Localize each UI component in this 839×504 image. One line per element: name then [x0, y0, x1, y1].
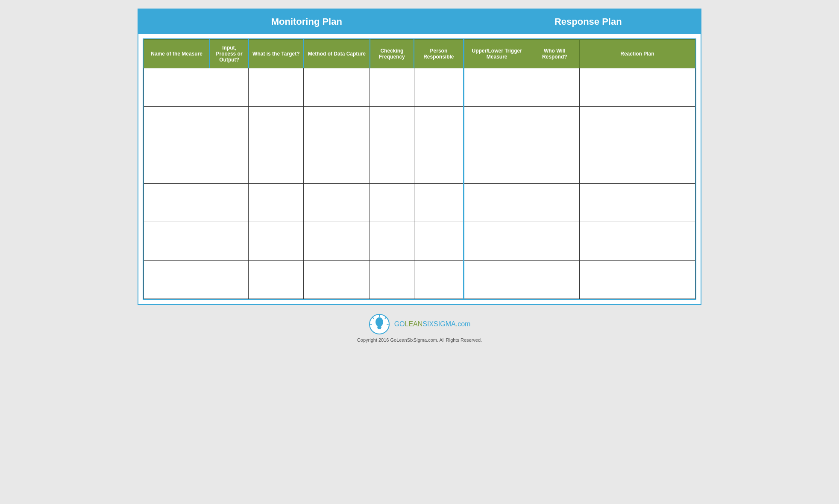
table-cell: [370, 184, 414, 222]
svg-rect-3: [378, 328, 381, 329]
table-cell: [464, 68, 530, 107]
table-cell: [579, 261, 695, 299]
table-wrapper: Name of the Measure Input, Process or Ou…: [143, 38, 696, 300]
table-cell: [304, 222, 370, 261]
table-row: [144, 145, 695, 184]
table-cell: [304, 261, 370, 299]
table-cell: [210, 107, 248, 145]
col-header-who: Who Will Respond?: [530, 40, 579, 68]
col-header-reaction: Reaction Plan: [579, 40, 695, 68]
table-cell: [464, 222, 530, 261]
table-cell: [464, 107, 530, 145]
table-cell: [464, 145, 530, 184]
table-cell: [210, 261, 248, 299]
table-cell: [579, 68, 695, 107]
table-row: [144, 68, 695, 107]
table-cell: [414, 145, 464, 184]
logo-com: com: [458, 320, 470, 328]
table-row: [144, 184, 695, 222]
table-cell: [210, 184, 248, 222]
table-cell: [579, 145, 695, 184]
svg-point-1: [375, 317, 383, 327]
footer-logo: GOLEANSIXSIGMA.com: [357, 314, 482, 335]
table-cell: [304, 107, 370, 145]
table-cell: [210, 68, 248, 107]
table-cell: [464, 261, 530, 299]
table-cell: [144, 145, 210, 184]
table-cell: [370, 107, 414, 145]
logo-lean: LEAN: [405, 320, 423, 328]
table-cell: [304, 184, 370, 222]
table-cell: [144, 184, 210, 222]
col-header-freq: Checking Frequency: [370, 40, 414, 68]
monitoring-header: Monitoring Plan: [138, 9, 476, 34]
response-title: Response Plan: [483, 16, 694, 27]
col-header-method: Method of Data Capture: [304, 40, 370, 68]
table-cell: [249, 145, 304, 184]
monitoring-title: Monitoring Plan: [145, 16, 468, 27]
page-container: Monitoring Plan Response Plan Name of th…: [138, 9, 701, 305]
table-cell: [530, 107, 579, 145]
table-cell: [249, 222, 304, 261]
table-cell: [249, 107, 304, 145]
col-header-name: Name of the Measure: [144, 40, 210, 68]
table-cell: [370, 145, 414, 184]
table-cell: [249, 261, 304, 299]
table-cell: [210, 222, 248, 261]
table-cell: [414, 184, 464, 222]
table-cell: [530, 222, 579, 261]
table-cell: [144, 68, 210, 107]
table-cell: [530, 68, 579, 107]
logo-icon: [369, 314, 390, 335]
header-row: Name of the Measure Input, Process or Ou…: [144, 40, 695, 68]
table-cell: [579, 184, 695, 222]
table-cell: [304, 68, 370, 107]
table-cell: [530, 261, 579, 299]
table-cell: [144, 261, 210, 299]
table-cell: [579, 222, 695, 261]
table-row: [144, 107, 695, 145]
main-table: Name of the Measure Input, Process or Ou…: [144, 39, 695, 299]
table-cell: [249, 68, 304, 107]
table-cell: [530, 145, 579, 184]
table-cell: [414, 261, 464, 299]
table-cell: [579, 107, 695, 145]
table-row: [144, 222, 695, 261]
table-cell: [144, 222, 210, 261]
table-cell: [210, 145, 248, 184]
footer: GOLEANSIXSIGMA.com Copyright 2016 GoLean…: [357, 314, 482, 347]
table-cell: [414, 107, 464, 145]
col-header-trigger: Upper/Lower Trigger Measure: [464, 40, 530, 68]
table-cell: [464, 184, 530, 222]
table-cell: [249, 184, 304, 222]
col-header-person: Person Responsible: [414, 40, 464, 68]
logo-text: GOLEANSIXSIGMA.com: [394, 320, 471, 328]
table-cell: [530, 184, 579, 222]
table-cell: [414, 222, 464, 261]
table-row: [144, 261, 695, 299]
logo-sixsigma: SIXSIGMA: [422, 320, 455, 328]
table-cell: [414, 68, 464, 107]
col-header-input: Input, Process or Output?: [210, 40, 248, 68]
response-header: Response Plan: [476, 9, 701, 34]
col-header-target: What is the Target?: [249, 40, 304, 68]
svg-rect-2: [377, 326, 381, 328]
table-cell: [370, 222, 414, 261]
logo-go: GO: [394, 320, 405, 328]
table-cell: [144, 107, 210, 145]
copyright: Copyright 2016 GoLeanSixSigma.com. All R…: [357, 337, 482, 343]
table-cell: [370, 261, 414, 299]
top-header: Monitoring Plan Response Plan: [138, 9, 701, 34]
table-cell: [370, 68, 414, 107]
table-cell: [304, 145, 370, 184]
